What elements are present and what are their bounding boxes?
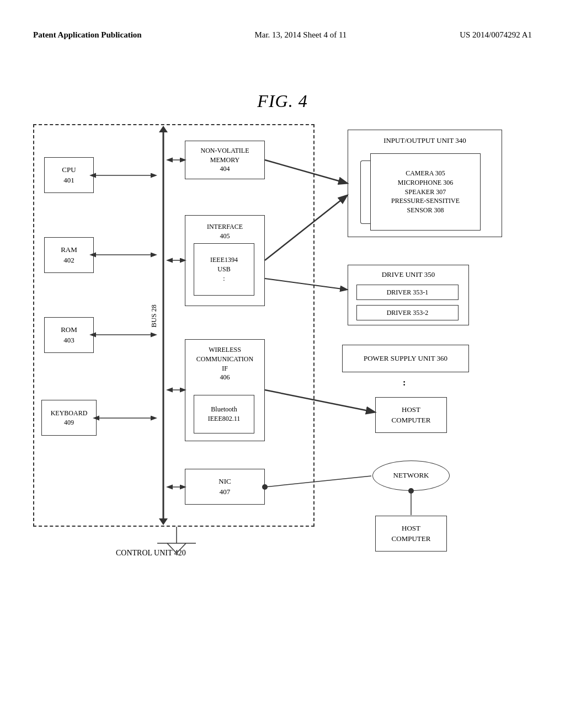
driver1-box: DRIVER 353-1 [356, 285, 459, 300]
power-supply-box: POWER SUPPLY UNIT 360 [342, 345, 469, 372]
rom-box: ROM 403 [44, 317, 94, 353]
power-supply-colon: : [403, 378, 406, 388]
control-unit-label: CONTROL UNIT 420 [116, 549, 186, 558]
cpu-box: CPU 401 [44, 157, 94, 193]
wireless-box: WIRELESSCOMMUNICATIONIF406 BluetoothIEEE… [185, 339, 265, 441]
ram-box: RAM 402 [44, 237, 94, 273]
header: Patent Application Publication Mar. 13, … [0, 30, 565, 40]
driver2-box: DRIVER 353-2 [356, 305, 459, 320]
io-unit-box: INPUT/OUTPUT UNIT 340 CAMERA 305MICROPHO… [348, 130, 502, 237]
host-computer-2-box: HOSTCOMPUTER [375, 516, 447, 552]
bus-label: BUS 28 [150, 304, 158, 328]
figure-title: FIG. 4 [0, 91, 565, 111]
sheet-info: Mar. 13, 2014 Sheet 4 of 11 [254, 30, 347, 40]
nic-box: NIC407 [185, 469, 265, 505]
io-brace [360, 160, 370, 224]
non-volatile-box: NON-VOLATILEMEMORY404 [185, 141, 265, 179]
network-oval: NETWORK [372, 461, 450, 491]
publication-title: Patent Application Publication [33, 30, 142, 40]
wireless-sub-box: BluetoothIEEE802.11 [194, 395, 254, 433]
host-computer-1-box: HOSTCOMPUTER [375, 397, 447, 433]
patent-number: US 2014/0074292 A1 [460, 30, 532, 40]
io-sub-box: CAMERA 305MICROPHONE 306SPEAKER 307PRESS… [370, 153, 481, 231]
diagram: CPU 401 RAM 402 ROM 403 KEYBOARD 409 BUS… [33, 124, 530, 620]
keyboard-box: KEYBOARD 409 [41, 400, 97, 436]
interface-sub-box: IEEE1394USB: [194, 243, 254, 296]
interface-box: INTERFACE405 IEEE1394USB: [185, 215, 265, 306]
drive-unit-box: DRIVE UNIT 350 DRIVER 353-1 DRIVER 353-2 [348, 265, 469, 325]
